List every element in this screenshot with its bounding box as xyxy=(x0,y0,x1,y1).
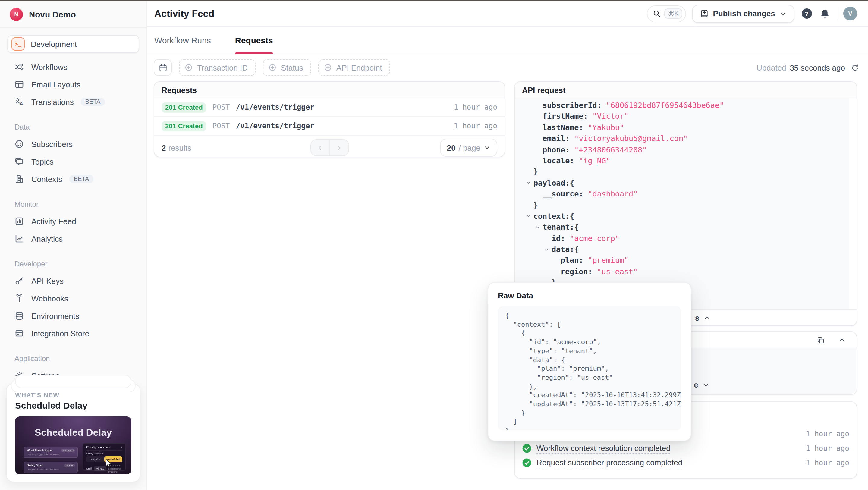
filter-transaction-id[interactable]: Transaction ID xyxy=(179,59,255,76)
requests-card-title: Requests xyxy=(154,82,504,98)
collapse-button[interactable] xyxy=(836,334,848,346)
request-method: POST xyxy=(213,122,230,130)
email-layouts-icon xyxy=(14,80,24,89)
raw-data-code-block: { "context": [ { "id": "acme-corp", "typ… xyxy=(498,306,681,430)
request-time: 1 hour ago xyxy=(454,122,498,130)
bell-icon xyxy=(819,8,830,19)
check-circle-icon xyxy=(522,443,532,453)
log-label[interactable]: Request subscriber processing completed xyxy=(536,458,682,468)
sidebar-item-label: Analytics xyxy=(31,234,63,243)
sidebar-item-label: Email Layouts xyxy=(31,80,81,89)
webhooks-icon xyxy=(14,294,24,303)
refresh-button[interactable] xyxy=(851,64,859,71)
sidebar-section-monitor: Monitor xyxy=(7,196,139,213)
sidebar-item-translations[interactable]: ATranslationsBETA xyxy=(7,93,139,110)
json-line: tenant:{ xyxy=(516,222,849,233)
request-path: /v1/events/trigger xyxy=(236,122,314,130)
request-row[interactable]: 201 CreatedPOST/v1/events/trigger1 hour … xyxy=(154,117,504,135)
sidebar-item-workflows[interactable]: Workflows xyxy=(7,58,139,75)
sidebar-item-label: Activity Feed xyxy=(31,217,76,226)
mini-close-icon: × xyxy=(121,446,122,449)
filter-api-endpoint[interactable]: API Endpoint xyxy=(318,59,390,76)
chevron-down-icon xyxy=(779,10,786,17)
next-page-button[interactable] xyxy=(330,140,348,155)
publish-icon xyxy=(700,9,709,18)
whats-new-eyebrow: WHAT'S NEW xyxy=(15,391,131,398)
page-size-select[interactable]: 20 / page xyxy=(440,139,497,157)
api-keys-icon xyxy=(14,276,24,286)
copy-icon xyxy=(816,336,824,344)
publish-changes-button[interactable]: Publish changes xyxy=(692,4,795,23)
sidebar-item-label: Environments xyxy=(31,311,79,320)
workflows-icon xyxy=(14,62,24,72)
last-updated: Updated 35 seconds ago xyxy=(756,63,859,72)
collapsed-section-fragment[interactable]: s xyxy=(695,313,711,322)
log-label[interactable]: Workflow context resolution completed xyxy=(536,443,671,454)
tab-workflow-runs[interactable]: Workflow Runs xyxy=(154,27,211,54)
main-content: Activity Feed ⌘K Publish changes ? V Wor… xyxy=(147,1,868,490)
date-filter-button[interactable] xyxy=(154,59,172,76)
sidebar-item-email-layouts[interactable]: Email Layouts xyxy=(7,76,139,93)
requests-card: Requests 201 CreatedPOST/v1/events/trigg… xyxy=(154,81,505,157)
tabs-bar: Workflow RunsRequests xyxy=(147,27,868,54)
status-badge: 201 Created xyxy=(161,121,207,131)
help-icon: ? xyxy=(801,8,812,19)
log-time: 1 hour ago xyxy=(806,459,849,467)
sidebar-item-label: Webhooks xyxy=(31,294,68,303)
request-method: POST xyxy=(213,103,230,112)
sidebar-item-webhooks[interactable]: Webhooks xyxy=(7,290,139,307)
novu-logo-letter: N xyxy=(14,11,19,17)
sidebar-section-application: Application xyxy=(7,350,139,367)
help-button[interactable]: ? xyxy=(801,7,812,20)
sidebar-item-contexts[interactable]: ContextsBETA xyxy=(7,171,139,187)
filter-status[interactable]: Status xyxy=(263,59,311,76)
sidebar-item-label: Topics xyxy=(31,157,54,166)
user-avatar[interactable]: V xyxy=(843,7,857,21)
request-row[interactable]: 201 CreatedPOST/v1/events/trigger1 hour … xyxy=(154,98,504,117)
chevron-down-icon[interactable] xyxy=(544,246,550,252)
sidebar-item-environments[interactable]: Environments xyxy=(7,307,139,324)
log-time: 1 hour ago xyxy=(806,444,849,453)
check-circle-icon xyxy=(522,458,532,468)
org-switcher[interactable]: N Novu Demo xyxy=(0,1,147,28)
copy-button[interactable] xyxy=(814,334,827,346)
environment-selector[interactable]: >_ Development xyxy=(7,35,139,53)
collapsed-row-fragment[interactable]: e xyxy=(694,380,710,389)
json-line: context:{ xyxy=(516,211,849,222)
sidebar-item-api-keys[interactable]: API Keys xyxy=(7,272,139,289)
whats-new-image[interactable]: Scheduled Delay Workflow triggerTRIGGER … xyxy=(15,417,131,474)
api-request-title: API request xyxy=(515,82,857,98)
sidebar-item-subscribers[interactable]: Subscribers xyxy=(7,135,139,152)
prev-page-button[interactable] xyxy=(311,140,330,155)
contexts-icon xyxy=(14,174,24,184)
whats-new-image-headline: Scheduled Delay xyxy=(15,427,131,438)
search-button[interactable]: ⌘K xyxy=(647,5,686,22)
sidebar-item-integration-store[interactable]: Integration Store xyxy=(7,325,139,342)
chevron-up-icon xyxy=(704,314,711,321)
mouse-cursor xyxy=(105,459,112,467)
sidebar-item-label: Translations xyxy=(31,97,74,106)
sidebar-item-topics[interactable]: Topics xyxy=(7,153,139,170)
json-line: email: "victoryakubu5@gmail.com" xyxy=(516,133,849,144)
svg-text:A: A xyxy=(20,101,23,106)
terminal-icon: >_ xyxy=(11,37,25,51)
chevron-down-icon[interactable] xyxy=(535,224,541,230)
api-request-json-viewer[interactable]: subscriberId: "6806192bd87f6954643be6ae"… xyxy=(516,98,849,310)
sidebar-item-analytics[interactable]: Analytics xyxy=(7,230,139,247)
sidebar-item-activity-feed[interactable]: Activity Feed xyxy=(7,213,139,229)
activity-feed-icon xyxy=(14,216,24,226)
tab-requests[interactable]: Requests xyxy=(235,27,273,54)
chevron-left-icon xyxy=(316,144,324,152)
json-line: region: "us-east" xyxy=(516,266,849,278)
json-line: } xyxy=(516,200,849,211)
chevron-down-icon[interactable] xyxy=(526,180,532,186)
notifications-button[interactable] xyxy=(818,7,831,20)
mini-regular-button: Regular xyxy=(86,456,104,462)
whats-new-card[interactable]: WHAT'S NEW Scheduled Delay Scheduled Del… xyxy=(6,383,141,482)
whats-new-title: Scheduled Delay xyxy=(15,400,131,410)
raw-data-title: Raw Data xyxy=(498,291,681,300)
mini-delay-step-node: Delay StepDELAY Delay until the schedule… xyxy=(24,462,78,473)
chevron-down-icon[interactable] xyxy=(526,213,532,219)
topbar-divider xyxy=(837,7,837,20)
raw-data-popover: Raw Data { "context": [ { "id": "acme-co… xyxy=(488,282,691,441)
